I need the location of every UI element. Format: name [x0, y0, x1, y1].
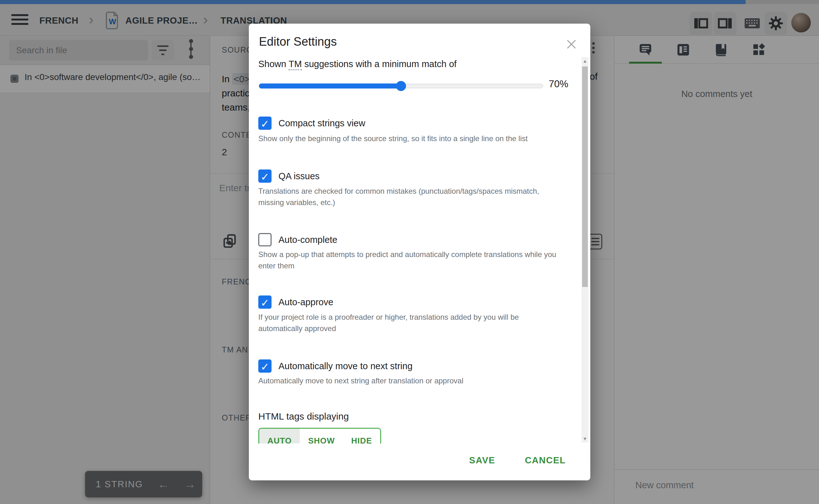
tm-match-label: Shown TM suggestions with a minimum matc…	[258, 59, 457, 69]
setting-qa-issues[interactable]: QA issues	[258, 169, 320, 183]
setting-auto-approve[interactable]: Auto-approve	[258, 295, 333, 309]
dialog-scrollbar[interactable]: ▲ ▼	[581, 57, 588, 443]
checkbox[interactable]	[258, 359, 272, 373]
setting-description: If your project role is a proofreader or…	[258, 312, 564, 334]
setting-compact-strings[interactable]: Compact strings view	[258, 117, 365, 130]
checkbox[interactable]	[258, 295, 272, 309]
setting-auto-move-next[interactable]: Automatically move to next string	[258, 359, 413, 373]
html-tags-option-show[interactable]: SHOW	[300, 429, 343, 444]
cancel-button[interactable]: CANCEL	[524, 453, 567, 468]
setting-description: Show a pop-up that attempts to predict a…	[258, 249, 573, 272]
slider-thumb[interactable]	[396, 81, 406, 91]
setting-description: Translations are checked for common mist…	[258, 186, 558, 208]
checkbox[interactable]	[258, 233, 272, 246]
tm-match-slider[interactable]	[259, 81, 543, 91]
save-button[interactable]: SAVE	[468, 453, 496, 468]
checkbox[interactable]	[258, 169, 272, 183]
slider-fill	[259, 83, 401, 89]
scrollbar-thumb[interactable]	[582, 66, 588, 287]
html-tags-heading: HTML tags displaying	[258, 411, 349, 422]
setting-description: Show only the beginning of the source st…	[258, 133, 590, 144]
dialog-footer: SAVE CANCEL	[468, 453, 567, 468]
tm-abbr: TM	[289, 59, 302, 70]
app-root: FRENCH › W AGILE PROJE… › TRANSLATION	[0, 0, 819, 504]
html-tags-segmented-control: AUTO SHOW HIDE	[258, 428, 381, 444]
setting-description: Automatically move to next string after …	[258, 375, 580, 387]
scroll-up-icon[interactable]: ▲	[581, 58, 588, 64]
checkbox[interactable]	[258, 117, 272, 130]
scroll-down-icon[interactable]: ▼	[581, 436, 588, 441]
html-tags-option-auto[interactable]: AUTO	[259, 429, 300, 444]
editor-settings-dialog: Editor Settings Shown TM suggestions wit…	[249, 24, 590, 480]
dialog-body: Shown TM suggestions with a minimum matc…	[249, 24, 590, 444]
setting-auto-complete[interactable]: Auto-complete	[258, 233, 337, 246]
html-tags-option-hide[interactable]: HIDE	[343, 429, 380, 444]
